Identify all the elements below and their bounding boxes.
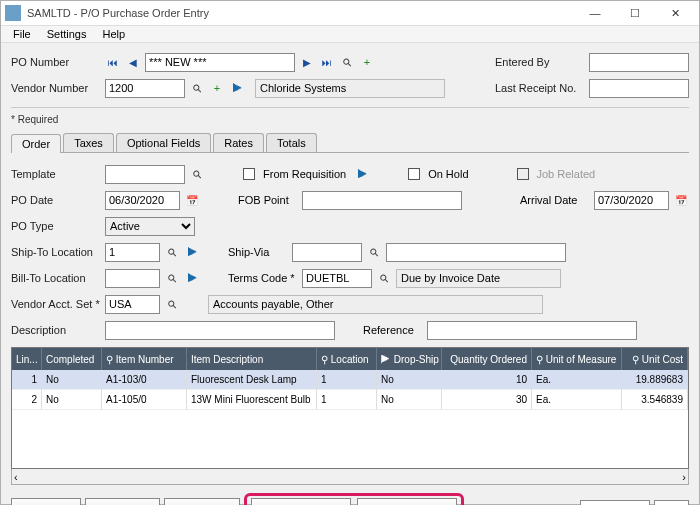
- app-window: SAMLTD - P/O Purchase Order Entry — ☐ ✕ …: [0, 0, 700, 505]
- shipto-input[interactable]: [105, 243, 160, 262]
- last-receipt-label: Last Receipt No.: [495, 82, 585, 94]
- item-tax-button[interactable]: Item/Tax...: [11, 498, 81, 505]
- prev-record-icon[interactable]: ◀: [125, 54, 141, 70]
- next-record-icon[interactable]: ▶: [299, 54, 315, 70]
- maximize-button[interactable]: ☐: [615, 1, 655, 25]
- po-search-icon[interactable]: [339, 54, 355, 70]
- template-input[interactable]: [105, 165, 185, 184]
- vendor-name: Chloride Systems: [255, 79, 445, 98]
- description-input[interactable]: [105, 321, 335, 340]
- app-icon: [5, 5, 21, 21]
- arrival-date-calendar-icon[interactable]: [673, 192, 689, 208]
- grid-body[interactable]: 1 No A1-103/0 Fluorescent Desk Lamp 1 No…: [12, 370, 688, 468]
- close-window-button[interactable]: ✕: [655, 1, 695, 25]
- line-grid: Lin... Completed ⚲ Item Number Item Desc…: [11, 345, 689, 485]
- vendor-number-label: Vendor Number: [11, 82, 101, 94]
- tab-order[interactable]: Order: [11, 134, 61, 153]
- col-cost[interactable]: ⚲ Unit Cost: [622, 348, 688, 370]
- tabs: Order Taxes Optional Fields Rates Totals: [11, 133, 689, 153]
- from-requisition-label: From Requisition: [263, 168, 346, 180]
- job-related-checkbox: [517, 168, 529, 180]
- po-date-input[interactable]: [105, 191, 180, 210]
- menu-settings[interactable]: Settings: [41, 26, 93, 42]
- calc-taxes-button[interactable]: Calc. Taxes: [85, 498, 160, 505]
- col-loc[interactable]: ⚲ Location: [317, 348, 377, 370]
- vendor-acct-search-icon[interactable]: [164, 296, 180, 312]
- reference-label: Reference: [363, 324, 423, 336]
- arrival-date-input[interactable]: [594, 191, 669, 210]
- subtotal-value: [580, 500, 650, 506]
- po-type-select[interactable]: Active: [105, 217, 195, 236]
- order-tab-body: Template From Requisition ⯈ On Hold Job …: [11, 157, 689, 505]
- terms-label: Terms Code *: [228, 272, 298, 284]
- currency-value: [654, 500, 689, 506]
- col-line[interactable]: Lin...: [12, 348, 42, 370]
- on-hold-checkbox[interactable]: [408, 168, 420, 180]
- highlighted-buttons: Set Arrival Date Set Location: [244, 493, 464, 505]
- shipvia-desc[interactable]: [386, 243, 566, 262]
- vendor-drill-icon[interactable]: ⯈: [229, 80, 245, 96]
- tab-rates[interactable]: Rates: [213, 133, 264, 152]
- billto-label: Bill-To Location: [11, 272, 101, 284]
- col-qty[interactable]: Quantity Ordered: [442, 348, 532, 370]
- scroll-right-icon[interactable]: ›: [682, 471, 686, 483]
- new-icon[interactable]: +: [359, 54, 375, 70]
- fob-point-input[interactable]: [302, 191, 462, 210]
- arrival-date-label: Arrival Date: [520, 194, 590, 206]
- terms-desc: Due by Invoice Date: [396, 269, 561, 288]
- shipto-label: Ship-To Location: [11, 246, 101, 258]
- tab-totals[interactable]: Totals: [266, 133, 317, 152]
- menu-file[interactable]: File: [7, 26, 37, 42]
- vendor-number-input[interactable]: [105, 79, 185, 98]
- last-record-icon[interactable]: ⏭: [319, 54, 335, 70]
- description-label: Description: [11, 324, 101, 336]
- table-row[interactable]: 1 No A1-103/0 Fluorescent Desk Lamp 1 No…: [12, 370, 688, 390]
- shipto-search-icon[interactable]: [164, 244, 180, 260]
- fob-point-label: FOB Point: [238, 194, 298, 206]
- billto-search-icon[interactable]: [164, 270, 180, 286]
- tab-taxes[interactable]: Taxes: [63, 133, 114, 152]
- set-arrival-date-button[interactable]: Set Arrival Date: [251, 498, 351, 505]
- menu-help[interactable]: Help: [96, 26, 131, 42]
- po-number-input[interactable]: [145, 53, 295, 72]
- shipvia-search-icon[interactable]: [366, 244, 382, 260]
- grid-hscroll[interactable]: ‹›: [11, 469, 689, 485]
- template-search-icon[interactable]: [189, 166, 205, 182]
- table-row[interactable]: 2 No A1-105/0 13W Mini Fluorescent Bulb …: [12, 390, 688, 410]
- vendor-acct-label: Vendor Acct. Set *: [11, 298, 101, 310]
- first-record-icon[interactable]: ⏮: [105, 54, 121, 70]
- template-label: Template: [11, 168, 101, 180]
- window-title: SAMLTD - P/O Purchase Order Entry: [27, 7, 575, 19]
- consolidate-button[interactable]: Consolidate: [164, 498, 240, 505]
- col-dropship[interactable]: ⯈ Drop-Ship: [377, 348, 442, 370]
- content: PO Number ⏮ ◀ ▶ ⏭ + Entered By Vendor Nu…: [1, 43, 699, 505]
- col-completed[interactable]: Completed: [42, 348, 102, 370]
- set-location-button[interactable]: Set Location: [357, 498, 457, 505]
- from-requisition-checkbox[interactable]: [243, 168, 255, 180]
- vendor-acct-input[interactable]: [105, 295, 160, 314]
- titlebar: SAMLTD - P/O Purchase Order Entry — ☐ ✕: [1, 1, 699, 26]
- on-hold-label: On Hold: [428, 168, 468, 180]
- menubar: File Settings Help: [1, 26, 699, 43]
- reference-input[interactable]: [427, 321, 637, 340]
- tab-optional-fields[interactable]: Optional Fields: [116, 133, 211, 152]
- terms-input[interactable]: [302, 269, 372, 288]
- vendor-add-icon[interactable]: +: [209, 80, 225, 96]
- shipvia-input[interactable]: [292, 243, 362, 262]
- last-receipt-field: [589, 79, 689, 98]
- minimize-button[interactable]: —: [575, 1, 615, 25]
- col-item[interactable]: ⚲ Item Number: [102, 348, 187, 370]
- shipto-drill-icon[interactable]: ⯈: [184, 244, 200, 260]
- col-desc[interactable]: Item Description: [187, 348, 317, 370]
- shipvia-label: Ship-Via: [228, 246, 288, 258]
- vendor-acct-desc: Accounts payable, Other: [208, 295, 543, 314]
- col-uom[interactable]: ⚲ Unit of Measure: [532, 348, 622, 370]
- billto-drill-icon[interactable]: ⯈: [184, 270, 200, 286]
- po-date-calendar-icon[interactable]: [184, 192, 200, 208]
- vendor-search-icon[interactable]: [189, 80, 205, 96]
- from-requisition-drill-icon[interactable]: ⯈: [354, 166, 370, 182]
- scroll-left-icon[interactable]: ‹: [14, 471, 18, 483]
- billto-input[interactable]: [105, 269, 160, 288]
- required-legend: * Required: [11, 114, 687, 125]
- terms-search-icon[interactable]: [376, 270, 392, 286]
